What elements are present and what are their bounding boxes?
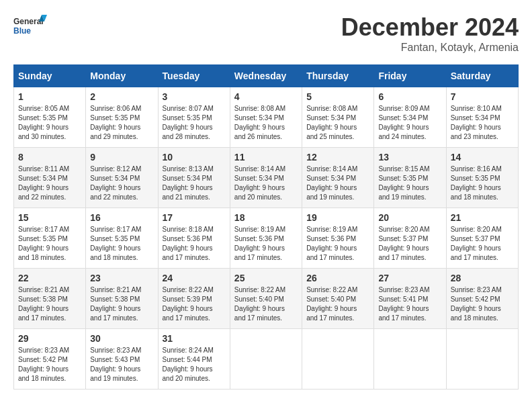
day-number: 13 — [378, 152, 441, 163]
day-number: 23 — [90, 273, 153, 283]
cell-info: Sunrise: 8:23 AMSunset: 5:42 PMDaylight:… — [18, 347, 69, 382]
cell-info: Sunrise: 8:20 AMSunset: 5:37 PMDaylight:… — [378, 226, 429, 261]
day-number: 8 — [18, 152, 81, 163]
day-number: 7 — [451, 91, 514, 102]
calendar-cell: 28 Sunrise: 8:23 AMSunset: 5:42 PMDaylig… — [446, 269, 518, 329]
calendar-cell — [230, 329, 302, 390]
calendar-cell: 27 Sunrise: 8:23 AMSunset: 5:41 PMDaylig… — [374, 269, 446, 329]
cell-info: Sunrise: 8:20 AMSunset: 5:37 PMDaylight:… — [451, 226, 502, 261]
cell-info: Sunrise: 8:08 AMSunset: 5:34 PMDaylight:… — [234, 105, 285, 140]
day-number: 19 — [306, 212, 369, 223]
calendar-cell: 23 Sunrise: 8:21 AMSunset: 5:38 PMDaylig… — [86, 269, 158, 329]
cell-info: Sunrise: 8:07 AMSunset: 5:35 PMDaylight:… — [163, 105, 214, 140]
calendar-week-row: 29 Sunrise: 8:23 AMSunset: 5:42 PMDaylig… — [14, 329, 519, 390]
day-number: 26 — [306, 273, 369, 283]
calendar-cell: 22 Sunrise: 8:21 AMSunset: 5:38 PMDaylig… — [14, 269, 86, 329]
day-number: 6 — [378, 91, 441, 102]
calendar-cell: 2 Sunrise: 8:06 AMSunset: 5:35 PMDayligh… — [86, 87, 158, 148]
calendar-cell: 21 Sunrise: 8:20 AMSunset: 5:37 PMDaylig… — [446, 208, 518, 269]
cell-info: Sunrise: 8:17 AMSunset: 5:35 PMDaylight:… — [18, 226, 69, 261]
day-number: 3 — [163, 91, 226, 102]
day-number: 22 — [18, 273, 81, 283]
calendar-table: SundayMondayTuesdayWednesdayThursdayFrid… — [13, 64, 519, 390]
cell-info: Sunrise: 8:23 AMSunset: 5:43 PMDaylight:… — [90, 347, 141, 382]
calendar-cell: 9 Sunrise: 8:12 AMSunset: 5:34 PMDayligh… — [86, 148, 158, 208]
header: General Blue December 2024 Fantan, Kotay… — [13, 13, 519, 54]
calendar-cell: 3 Sunrise: 8:07 AMSunset: 5:35 PMDayligh… — [158, 87, 230, 148]
day-number: 15 — [18, 212, 81, 223]
calendar-cell — [446, 329, 518, 390]
header-day: Thursday — [302, 65, 374, 87]
calendar-week-row: 1 Sunrise: 8:05 AMSunset: 5:35 PMDayligh… — [14, 87, 519, 148]
header-day: Sunday — [14, 65, 86, 87]
title-block: December 2024 Fantan, Kotayk, Armenia — [341, 13, 519, 54]
calendar-body: 1 Sunrise: 8:05 AMSunset: 5:35 PMDayligh… — [14, 87, 519, 390]
calendar-cell: 16 Sunrise: 8:17 AMSunset: 5:35 PMDaylig… — [86, 208, 158, 269]
calendar-week-row: 22 Sunrise: 8:21 AMSunset: 5:38 PMDaylig… — [14, 269, 519, 329]
calendar-week-row: 15 Sunrise: 8:17 AMSunset: 5:35 PMDaylig… — [14, 208, 519, 269]
cell-info: Sunrise: 8:16 AMSunset: 5:35 PMDaylight:… — [451, 165, 502, 201]
cell-info: Sunrise: 8:11 AMSunset: 5:34 PMDaylight:… — [18, 165, 69, 201]
calendar-cell — [374, 329, 446, 390]
calendar-week-row: 8 Sunrise: 8:11 AMSunset: 5:34 PMDayligh… — [14, 148, 519, 208]
day-number: 5 — [306, 91, 369, 102]
calendar-cell: 14 Sunrise: 8:16 AMSunset: 5:35 PMDaylig… — [446, 148, 518, 208]
calendar-cell: 26 Sunrise: 8:22 AMSunset: 5:40 PMDaylig… — [302, 269, 374, 329]
cell-info: Sunrise: 8:14 AMSunset: 5:34 PMDaylight:… — [234, 165, 285, 201]
day-number: 27 — [378, 273, 441, 283]
day-number: 17 — [163, 212, 226, 223]
svg-text:General: General — [13, 17, 44, 26]
header-day: Tuesday — [158, 65, 230, 87]
cell-info: Sunrise: 8:19 AMSunset: 5:36 PMDaylight:… — [306, 226, 357, 261]
cell-info: Sunrise: 8:17 AMSunset: 5:35 PMDaylight:… — [90, 226, 141, 261]
calendar-cell: 15 Sunrise: 8:17 AMSunset: 5:35 PMDaylig… — [14, 208, 86, 269]
day-number: 29 — [18, 333, 81, 344]
day-number: 10 — [163, 152, 226, 163]
day-number: 28 — [451, 273, 514, 283]
cell-info: Sunrise: 8:13 AMSunset: 5:34 PMDaylight:… — [163, 165, 214, 201]
cell-info: Sunrise: 8:22 AMSunset: 5:39 PMDaylight:… — [163, 286, 214, 322]
day-number: 20 — [378, 212, 441, 223]
calendar-cell: 29 Sunrise: 8:23 AMSunset: 5:42 PMDaylig… — [14, 329, 86, 390]
cell-info: Sunrise: 8:22 AMSunset: 5:40 PMDaylight:… — [234, 286, 285, 322]
day-number: 18 — [234, 212, 298, 223]
day-number: 9 — [90, 152, 153, 163]
calendar-cell: 4 Sunrise: 8:08 AMSunset: 5:34 PMDayligh… — [230, 87, 302, 148]
cell-info: Sunrise: 8:14 AMSunset: 5:34 PMDaylight:… — [306, 165, 357, 201]
cell-info: Sunrise: 8:15 AMSunset: 5:35 PMDaylight:… — [378, 165, 429, 201]
cell-info: Sunrise: 8:23 AMSunset: 5:41 PMDaylight:… — [378, 286, 429, 322]
header-row: SundayMondayTuesdayWednesdayThursdayFrid… — [14, 65, 519, 87]
cell-info: Sunrise: 8:22 AMSunset: 5:40 PMDaylight:… — [306, 286, 357, 322]
cell-info: Sunrise: 8:06 AMSunset: 5:35 PMDaylight:… — [90, 105, 141, 140]
cell-info: Sunrise: 8:21 AMSunset: 5:38 PMDaylight:… — [18, 286, 69, 322]
day-number: 21 — [451, 212, 514, 223]
day-number: 4 — [234, 91, 298, 102]
logo-svg: General Blue — [13, 13, 47, 40]
calendar-cell: 31 Sunrise: 8:24 AMSunset: 5:44 PMDaylig… — [158, 329, 230, 390]
calendar-cell: 10 Sunrise: 8:13 AMSunset: 5:34 PMDaylig… — [158, 148, 230, 208]
calendar-cell: 24 Sunrise: 8:22 AMSunset: 5:39 PMDaylig… — [158, 269, 230, 329]
cell-info: Sunrise: 8:10 AMSunset: 5:34 PMDaylight:… — [451, 105, 502, 140]
calendar-cell: 5 Sunrise: 8:08 AMSunset: 5:34 PMDayligh… — [302, 87, 374, 148]
calendar-cell: 8 Sunrise: 8:11 AMSunset: 5:34 PMDayligh… — [14, 148, 86, 208]
day-number: 14 — [451, 152, 514, 163]
day-number: 25 — [234, 273, 298, 283]
day-number: 12 — [306, 152, 369, 163]
calendar-cell — [302, 329, 374, 390]
cell-info: Sunrise: 8:21 AMSunset: 5:38 PMDaylight:… — [90, 286, 141, 322]
calendar-cell: 13 Sunrise: 8:15 AMSunset: 5:35 PMDaylig… — [374, 148, 446, 208]
month-title: December 2024 — [341, 13, 519, 42]
day-number: 24 — [163, 273, 226, 283]
calendar-cell: 25 Sunrise: 8:22 AMSunset: 5:40 PMDaylig… — [230, 269, 302, 329]
day-number: 31 — [163, 333, 226, 344]
header-day: Saturday — [446, 65, 518, 87]
calendar-cell: 1 Sunrise: 8:05 AMSunset: 5:35 PMDayligh… — [14, 87, 86, 148]
cell-info: Sunrise: 8:09 AMSunset: 5:34 PMDaylight:… — [378, 105, 429, 140]
day-number: 11 — [234, 152, 298, 163]
day-number: 1 — [18, 91, 81, 102]
calendar-cell: 11 Sunrise: 8:14 AMSunset: 5:34 PMDaylig… — [230, 148, 302, 208]
cell-info: Sunrise: 8:05 AMSunset: 5:35 PMDaylight:… — [18, 105, 69, 140]
calendar-cell: 6 Sunrise: 8:09 AMSunset: 5:34 PMDayligh… — [374, 87, 446, 148]
calendar-cell: 19 Sunrise: 8:19 AMSunset: 5:36 PMDaylig… — [302, 208, 374, 269]
calendar-cell: 18 Sunrise: 8:19 AMSunset: 5:36 PMDaylig… — [230, 208, 302, 269]
